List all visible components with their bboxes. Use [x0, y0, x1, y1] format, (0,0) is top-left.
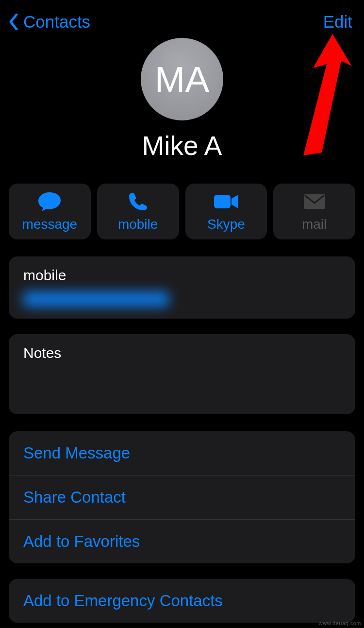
contact-header: MA Mike A [0, 38, 364, 161]
mail-icon [303, 191, 326, 212]
edit-button[interactable]: Edit [323, 12, 352, 32]
phone-card[interactable]: mobile [9, 256, 355, 319]
back-label: Contacts [23, 12, 90, 32]
message-button[interactable]: message [9, 184, 91, 239]
phone-field[interactable]: mobile [9, 256, 355, 319]
phone-value-redacted [23, 291, 169, 307]
message-label: message [22, 217, 78, 232]
message-icon [37, 191, 62, 212]
add-emergency-row[interactable]: Add to Emergency Contacts [9, 579, 355, 623]
video-label: Skype [207, 217, 245, 232]
call-button[interactable]: mobile [97, 184, 179, 239]
add-favorites-row[interactable]: Add to Favorites [9, 519, 355, 563]
svg-rect-0 [214, 195, 231, 208]
chevron-left-icon [9, 14, 18, 30]
notes-label: Notes [23, 345, 341, 361]
action-row: message mobile Skype mail [9, 184, 355, 239]
back-button[interactable]: Contacts [9, 12, 90, 32]
mail-label: mail [302, 217, 327, 232]
watermark: www.deuaq.com [319, 620, 361, 626]
notes-field[interactable]: Notes [9, 334, 355, 414]
actions-card: Send Message Share Contact Add to Favori… [9, 431, 355, 563]
send-message-row[interactable]: Send Message [9, 431, 355, 475]
contact-name: Mike A [142, 130, 222, 161]
mail-button: mail [273, 184, 355, 239]
avatar: MA [141, 38, 223, 120]
nav-bar: Contacts Edit [0, 0, 364, 35]
phone-icon [128, 191, 148, 212]
call-label: mobile [118, 217, 158, 232]
video-button[interactable]: Skype [185, 184, 267, 239]
share-contact-row[interactable]: Share Contact [9, 475, 355, 519]
video-icon [213, 191, 239, 212]
phone-label: mobile [23, 267, 341, 284]
emergency-card: Add to Emergency Contacts [9, 579, 355, 623]
notes-card[interactable]: Notes [9, 334, 355, 414]
